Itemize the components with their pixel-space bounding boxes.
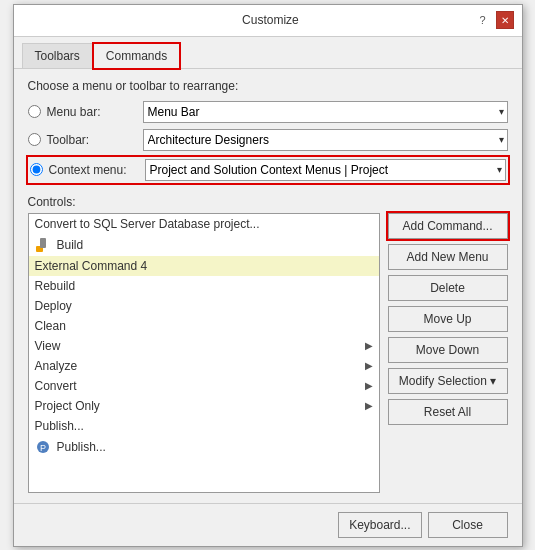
item-label: Rebuild xyxy=(35,279,76,293)
list-item[interactable]: Deploy xyxy=(29,296,379,316)
list-item[interactable]: Convert to SQL Server Database project..… xyxy=(29,214,379,234)
list-item[interactable]: Convert ▶ xyxy=(29,376,379,396)
menubar-radio[interactable] xyxy=(28,105,41,118)
contextmenu-label: Context menu: xyxy=(49,163,139,177)
dialog-footer: Keyboard... Close xyxy=(14,503,522,546)
button-panel: Add Command... Add New Menu Delete Move … xyxy=(388,213,508,493)
svg-rect-1 xyxy=(40,238,46,248)
toolbar-radio[interactable] xyxy=(28,133,41,146)
choose-label: Choose a menu or toolbar to rearrange: xyxy=(28,79,508,93)
item-label: Deploy xyxy=(35,299,72,313)
dialog-content: Choose a menu or toolbar to rearrange: M… xyxy=(14,69,522,503)
item-label: Convert to SQL Server Database project..… xyxy=(35,217,260,231)
close-button[interactable]: Close xyxy=(428,512,508,538)
contextmenu-radio[interactable] xyxy=(30,163,43,176)
submenu-arrow: ▶ xyxy=(365,360,373,371)
contextmenu-dropdown-wrapper: Project and Solution Context Menus | Pro… xyxy=(145,159,506,181)
add-new-menu-button[interactable]: Add New Menu xyxy=(388,244,508,270)
radio-group: Menu bar: Menu Bar Toolbar: Architecture… xyxy=(28,101,508,189)
publish-icon: P xyxy=(35,439,51,455)
item-label: Project Only xyxy=(35,399,100,413)
list-item[interactable]: Rebuild xyxy=(29,276,379,296)
title-bar-controls: ? ✕ xyxy=(479,11,513,29)
toolbar-label: Toolbar: xyxy=(47,133,137,147)
list-item-selected[interactable]: External Command 4 xyxy=(29,256,379,276)
move-up-button[interactable]: Move Up xyxy=(388,306,508,332)
toolbar-row: Toolbar: Architecture Designers xyxy=(28,129,508,151)
list-item[interactable]: Analyze ▶ xyxy=(29,356,379,376)
item-label: Clean xyxy=(35,319,66,333)
keyboard-button[interactable]: Keyboard... xyxy=(338,512,421,538)
help-icon[interactable]: ? xyxy=(479,14,485,26)
contextmenu-dropdown[interactable]: Project and Solution Context Menus | Pro… xyxy=(145,159,506,181)
list-item[interactable]: Build xyxy=(29,234,379,256)
modify-selection-button[interactable]: Modify Selection ▾ xyxy=(388,368,508,394)
close-title-button[interactable]: ✕ xyxy=(496,11,514,29)
reset-all-button[interactable]: Reset All xyxy=(388,399,508,425)
add-command-button[interactable]: Add Command... xyxy=(388,213,508,239)
item-label: Publish... xyxy=(35,419,84,433)
customize-dialog: Customize ? ✕ Toolbars Commands Choose a… xyxy=(13,4,523,547)
list-item[interactable]: Project Only ▶ xyxy=(29,396,379,416)
move-down-button[interactable]: Move Down xyxy=(388,337,508,363)
menubar-dropdown[interactable]: Menu Bar xyxy=(143,101,508,123)
commands-list[interactable]: Convert to SQL Server Database project..… xyxy=(28,213,380,493)
svg-text:P: P xyxy=(39,443,45,453)
build-icon xyxy=(35,237,51,253)
dialog-title: Customize xyxy=(62,13,480,27)
delete-button[interactable]: Delete xyxy=(388,275,508,301)
tab-toolbars[interactable]: Toolbars xyxy=(22,43,93,68)
list-item[interactable]: View ▶ xyxy=(29,336,379,356)
submenu-arrow: ▶ xyxy=(365,400,373,411)
tab-commands[interactable]: Commands xyxy=(93,43,180,69)
menubar-label: Menu bar: xyxy=(47,105,137,119)
item-label: External Command 4 xyxy=(35,259,148,273)
item-label: Convert xyxy=(35,379,77,393)
list-item[interactable]: P Publish... xyxy=(29,436,379,458)
item-label: View xyxy=(35,339,61,353)
title-bar: Customize ? ✕ xyxy=(14,5,522,37)
controls-label: Controls: xyxy=(28,195,508,209)
list-item[interactable]: Clean xyxy=(29,316,379,336)
submenu-arrow: ▶ xyxy=(365,380,373,391)
item-label: Build xyxy=(57,238,84,252)
contextmenu-row: Context menu: Project and Solution Conte… xyxy=(28,157,508,183)
main-area: Convert to SQL Server Database project..… xyxy=(28,213,508,493)
list-item[interactable]: Publish... xyxy=(29,416,379,436)
menubar-row: Menu bar: Menu Bar xyxy=(28,101,508,123)
item-label: Analyze xyxy=(35,359,78,373)
tab-bar: Toolbars Commands xyxy=(14,37,522,69)
menubar-dropdown-wrapper: Menu Bar xyxy=(143,101,508,123)
toolbar-dropdown-wrapper: Architecture Designers xyxy=(143,129,508,151)
item-label: Publish... xyxy=(57,440,106,454)
toolbar-dropdown[interactable]: Architecture Designers xyxy=(143,129,508,151)
submenu-arrow: ▶ xyxy=(365,340,373,351)
